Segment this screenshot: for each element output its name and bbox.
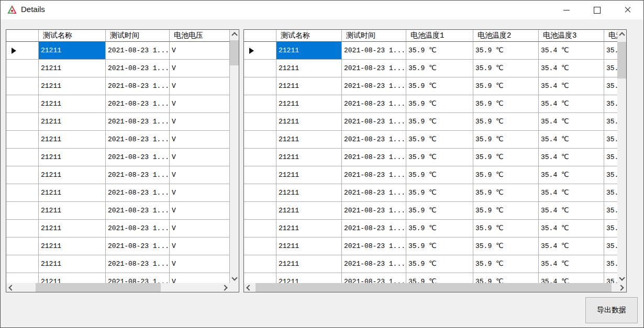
grid-cell[interactable]: 35.9 ℃	[406, 255, 473, 273]
select-all-corner[interactable]	[244, 30, 276, 42]
grid-cell[interactable]: 35.4 ℃	[604, 237, 617, 255]
row-header[interactable]	[244, 113, 276, 131]
grid-cell[interactable]: 35.4 ℃	[604, 131, 617, 149]
grid-cell[interactable]: 2021-08-23 1...	[342, 131, 406, 149]
grid-cell[interactable]: 35.4 ℃	[604, 184, 617, 202]
grid-cell[interactable]: 2021-08-23 1...	[106, 42, 170, 60]
row-header[interactable]	[6, 60, 39, 77]
grid-cell[interactable]: 2021-08-23 1...	[342, 237, 406, 255]
grid-cell[interactable]: 2021-08-23 1...	[106, 273, 170, 283]
grid-cell[interactable]: 35.4 ℃	[539, 166, 604, 184]
column-header-2[interactable]: 测试时间	[106, 30, 170, 42]
column-header-1[interactable]: 测试名称	[39, 30, 106, 42]
row-header[interactable]	[244, 273, 276, 283]
row-header[interactable]	[6, 202, 39, 220]
vertical-scrollbar[interactable]	[617, 30, 626, 283]
scroll-left-arrow-icon[interactable]	[244, 283, 253, 292]
select-all-corner[interactable]	[6, 30, 39, 42]
grid-cell[interactable]: 2021-08-23 1...	[106, 237, 170, 255]
grid-cell[interactable]: 21211	[39, 113, 106, 131]
grid-cell[interactable]: 35.4 ℃	[604, 113, 617, 131]
grid-cell[interactable]: 35.4 ℃	[539, 237, 604, 255]
grid-cell[interactable]: 21211	[39, 131, 106, 149]
grid-cell[interactable]: V	[170, 237, 230, 255]
grid-cell[interactable]: 35.9 ℃	[473, 60, 539, 77]
grid-cell[interactable]: 35.4 ℃	[539, 255, 604, 273]
grid-cell[interactable]: 35.4 ℃	[539, 131, 604, 149]
grid-cell[interactable]: 2021-08-23 1...	[106, 202, 170, 220]
row-header[interactable]	[6, 95, 39, 113]
grid-cell[interactable]: 2021-08-23 1...	[106, 95, 170, 113]
grid-cell[interactable]: 2021-08-23 1...	[342, 95, 406, 113]
row-header[interactable]	[244, 166, 276, 184]
grid-cell[interactable]: 2021-08-23 1...	[342, 149, 406, 166]
horizontal-scrollbar-thumb[interactable]	[36, 283, 161, 292]
grid-cell[interactable]: 35.9 ℃	[406, 131, 473, 149]
grid-cell[interactable]: 35.9 ℃	[406, 113, 473, 131]
grid-cell[interactable]: 35.9 ℃	[473, 131, 539, 149]
grid-cell[interactable]: 21211	[276, 131, 342, 149]
grid-cell[interactable]: 35.9 ℃	[473, 113, 539, 131]
grid-cell[interactable]: 35.4 ℃	[604, 220, 617, 237]
grid-cell[interactable]: 2021-08-23 1...	[342, 184, 406, 202]
grid-cell[interactable]: 35.9 ℃	[406, 202, 473, 220]
horizontal-scrollbar[interactable]	[6, 283, 230, 292]
grid-cell[interactable]: 35.4 ℃	[604, 60, 617, 77]
grid-cell[interactable]: 21211	[39, 42, 106, 60]
grid-cell[interactable]: 35.9 ℃	[473, 220, 539, 237]
grid-cell[interactable]: 21211	[276, 42, 342, 60]
grid-cell[interactable]: 35.9 ℃	[406, 184, 473, 202]
row-header[interactable]	[244, 184, 276, 202]
grid-cell[interactable]: 21211	[276, 273, 342, 283]
grid-cell[interactable]: 35.4 ℃	[604, 255, 617, 273]
grid-cell[interactable]: 35.9 ℃	[473, 184, 539, 202]
grid-cell[interactable]: 21211	[39, 60, 106, 77]
grid-cell[interactable]: 35.4 ℃	[539, 149, 604, 166]
row-header[interactable]	[244, 220, 276, 237]
scroll-down-arrow-icon[interactable]	[617, 274, 626, 283]
grid-cell[interactable]: V	[170, 42, 230, 60]
grid-cell[interactable]: V	[170, 149, 230, 166]
minimize-button[interactable]	[558, 1, 575, 19]
grid-cell[interactable]: 35.9 ℃	[473, 42, 539, 60]
grid-cell[interactable]: 21211	[39, 149, 106, 166]
export-data-button[interactable]: 导出数据	[585, 297, 638, 323]
grid-cell[interactable]: 35.4 ℃	[539, 113, 604, 131]
column-header-3[interactable]: 电池温度1	[406, 30, 473, 42]
grid-cell[interactable]: 35.4 ℃	[539, 77, 604, 95]
scroll-right-arrow-icon[interactable]	[617, 283, 626, 292]
grid-cell[interactable]: V	[170, 131, 230, 149]
grid-cell[interactable]: 2021-08-23 1...	[106, 77, 170, 95]
row-header[interactable]	[244, 60, 276, 77]
grid-cell[interactable]: 2021-08-23 1...	[106, 166, 170, 184]
vertical-scrollbar[interactable]	[230, 30, 239, 283]
grid-cell[interactable]: V	[170, 77, 230, 95]
grid-cell[interactable]: 35.9 ℃	[406, 42, 473, 60]
grid-cell[interactable]: 2021-08-23 1...	[342, 220, 406, 237]
grid-cell[interactable]: 35.9 ℃	[473, 166, 539, 184]
grid-cell[interactable]: 21211	[276, 77, 342, 95]
grid-cell[interactable]: 35.4 ℃	[604, 202, 617, 220]
row-header[interactable]	[244, 131, 276, 149]
grid-cell[interactable]: 21211	[39, 255, 106, 273]
grid-cell[interactable]: 21211	[39, 184, 106, 202]
grid-cell[interactable]: 35.4 ℃	[604, 166, 617, 184]
grid-cell[interactable]: 21211	[276, 166, 342, 184]
grid-cell[interactable]: 21211	[39, 95, 106, 113]
row-header[interactable]	[244, 202, 276, 220]
scroll-up-arrow-icon[interactable]	[230, 30, 239, 39]
grid-cell[interactable]: V	[170, 60, 230, 77]
grid-cell[interactable]: 35.4 ℃	[604, 149, 617, 166]
row-header[interactable]	[244, 42, 276, 60]
horizontal-scrollbar[interactable]	[244, 283, 626, 292]
grid-cell[interactable]: 35.9 ℃	[473, 95, 539, 113]
grid-cell[interactable]: 35.4 ℃	[604, 77, 617, 95]
grid-cell[interactable]: 35.9 ℃	[406, 273, 473, 283]
row-header[interactable]	[6, 77, 39, 95]
row-header[interactable]	[244, 255, 276, 273]
grid-cell[interactable]: 2021-08-23 1...	[342, 42, 406, 60]
grid-cell[interactable]: 35.9 ℃	[406, 77, 473, 95]
grid-cell[interactable]: 35.4 ℃	[539, 42, 604, 60]
grid-cell[interactable]: V	[170, 273, 230, 283]
grid-cell[interactable]: V	[170, 184, 230, 202]
